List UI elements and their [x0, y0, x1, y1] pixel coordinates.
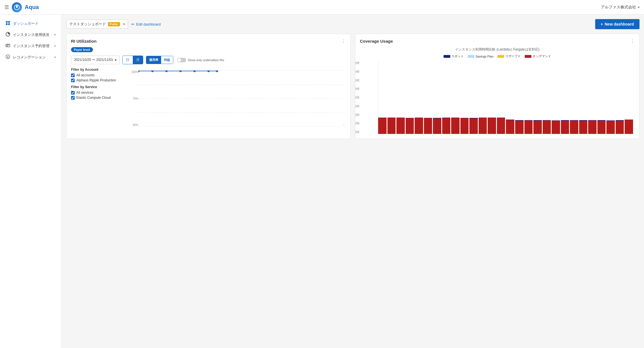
bar-ondemand-segment [579, 121, 588, 134]
bar-chart [378, 61, 635, 134]
legend-savings-color [468, 55, 474, 58]
resize-handle-icon[interactable]: ⤡ [342, 123, 345, 126]
bar-column [533, 61, 542, 134]
recommendation-icon: $ [6, 54, 10, 60]
chart-legend: スポット Savings Plan リザーブド オンデマンド [360, 54, 635, 58]
selector-chevron-icon: ▾ [123, 22, 125, 26]
service-all-item[interactable]: All services [71, 91, 127, 95]
sidebar-item-dashboard[interactable]: ダッシュボード [0, 18, 61, 29]
ri-widget-menu-icon[interactable]: ⋮ [341, 38, 346, 44]
bar-ondemand-segment [506, 120, 514, 134]
bar-column [570, 61, 578, 134]
bar-ondemand-segment [433, 118, 441, 134]
bar-ondemand-segment [570, 120, 578, 134]
sidebar-item-recommendation-label: レコメンデーション [13, 55, 51, 60]
widget-grid: RI Utilization ⋮ Payer level 2021/10/25 … [66, 34, 640, 139]
view-month-button[interactable]: 月 [133, 56, 143, 64]
bar-column [396, 61, 405, 134]
show-underutilize-control: Show only underutilize RIs [177, 58, 224, 62]
y-300: 300 時間 [355, 79, 359, 83]
bar-ondemand-segment [588, 120, 597, 134]
legend-spot-color [444, 55, 450, 58]
svg-rect-9 [6, 46, 8, 46]
svg-rect-3 [8, 21, 10, 23]
account-alphaus-item[interactable]: Alphaus Ripple Production [71, 78, 127, 82]
service-ec2-checkbox[interactable] [71, 96, 75, 100]
rate-button[interactable]: 適用率 [146, 56, 161, 63]
date-chevron-icon: ▾ [115, 58, 117, 62]
bar-ondemand-segment [378, 118, 387, 134]
bar-ondemand-segment [469, 118, 478, 134]
service-all-label: All services [76, 91, 93, 95]
sidebar-item-instance-usage-label: インスタンス使用状況 [13, 32, 51, 37]
account-alphaus-checkbox[interactable] [71, 79, 75, 82]
recommendation-chevron-icon: ▾ [54, 55, 56, 59]
legend-ondemand-color [525, 55, 531, 58]
ri-y-axis: 100% 75% 50% [127, 70, 138, 127]
instance-usage-icon [6, 32, 10, 38]
bar-ondemand-segment [424, 118, 432, 134]
bar-column [433, 61, 441, 134]
plus-icon: + [601, 22, 603, 26]
bar-ondemand-segment [396, 118, 405, 134]
coverage-usage-widget: Coverage Usage ⋮ インスタンス利用時間比較 (LambdaとFa… [355, 34, 640, 139]
view-day-button[interactable]: 日 [123, 56, 133, 64]
bar-ondemand-segment [451, 118, 460, 134]
bar-column [515, 61, 524, 134]
profit-button[interactable]: 利益 [161, 56, 173, 63]
bar-column [606, 61, 615, 134]
new-dashboard-button[interactable]: + New dashboard [595, 19, 640, 29]
bar-column [460, 61, 469, 134]
bar-column [451, 61, 460, 134]
ri-chart-area: Filter by Account All accounts Alphaus R… [71, 68, 346, 127]
coverage-widget-menu-icon[interactable]: ⋮ [630, 38, 635, 44]
new-dashboard-label: New dashboard [605, 22, 634, 26]
ri-utilization-widget: RI Utilization ⋮ Payer level 2021/10/25 … [66, 34, 351, 139]
y-150: 150 時間 [355, 104, 359, 108]
layout: ダッシュボード インスタンス使用状況 ▾ インスタンス予約管理 ▾ [0, 15, 644, 348]
svg-rect-5 [8, 23, 10, 25]
legend-ondemand-label: オンデマンド [533, 54, 551, 58]
date-selector[interactable]: 2021/10/25 〜 2021/11/01 ▾ [71, 56, 120, 64]
y-400: 400 時間 [355, 61, 359, 65]
coverage-widget-header: Coverage Usage ⋮ [360, 38, 635, 44]
svg-point-20 [179, 70, 182, 72]
sidebar-item-reservation-label: インスタンス予約管理 [13, 44, 51, 49]
underutilize-toggle[interactable] [177, 58, 186, 62]
sidebar-item-recommendation[interactable]: $ レコメンデーション ▾ [0, 52, 61, 63]
dashboard-selector[interactable]: テストダッシュボード Public ▾ [66, 20, 128, 29]
svg-point-1 [16, 6, 18, 8]
service-all-checkbox[interactable] [71, 91, 75, 95]
public-badge: Public [108, 22, 120, 26]
edit-dashboard-button[interactable]: ✏ Edit dashboard [131, 22, 161, 26]
dashboard-header: テストダッシュボード Public ▾ ✏ Edit dashboard + N… [66, 19, 640, 29]
legend-savings: Savings Plan [468, 55, 494, 58]
main-content: テストダッシュボード Public ▾ ✏ Edit dashboard + N… [62, 15, 644, 348]
svg-point-18 [151, 70, 154, 72]
y-50: 50 時間 [355, 122, 359, 125]
bar-column [524, 61, 533, 134]
edit-icon: ✏ [131, 22, 134, 26]
company-chevron-icon: ▾ [638, 5, 640, 9]
bar-ondemand-segment [497, 118, 505, 134]
reservation-chevron-icon: ▾ [54, 44, 56, 48]
coverage-chart-title: インスタンス利用時間比較 (LambdaとFargateは非対応) [360, 47, 635, 52]
bar-ondemand-segment [515, 121, 524, 134]
ri-filters: Filter by Account All accounts Alphaus R… [71, 68, 127, 127]
account-all-checkbox[interactable] [71, 74, 75, 77]
bar-ondemand-segment [543, 120, 551, 134]
service-ec2-item[interactable]: Elastic Compute Cloud [71, 96, 127, 100]
sidebar-item-instance-reservation[interactable]: インスタンス予約管理 ▾ [0, 40, 61, 52]
svg-point-21 [193, 70, 196, 72]
bar-ondemand-segment [561, 121, 569, 134]
hamburger-icon[interactable]: ☰ [4, 4, 9, 10]
bar-ondemand-segment [552, 121, 560, 134]
bar-ondemand-segment [606, 121, 615, 134]
bar-column [387, 61, 396, 134]
company-selector[interactable]: アルファス株式会社 ▾ [601, 5, 640, 10]
service-ec2-label: Elastic Compute Cloud [76, 96, 111, 100]
account-all-item[interactable]: All accounts [71, 73, 127, 77]
sidebar-item-instance-usage[interactable]: インスタンス使用状況 ▾ [0, 29, 61, 40]
legend-reserved: リザーブド [497, 54, 521, 58]
ri-widget-title: RI Utilization [71, 39, 97, 44]
